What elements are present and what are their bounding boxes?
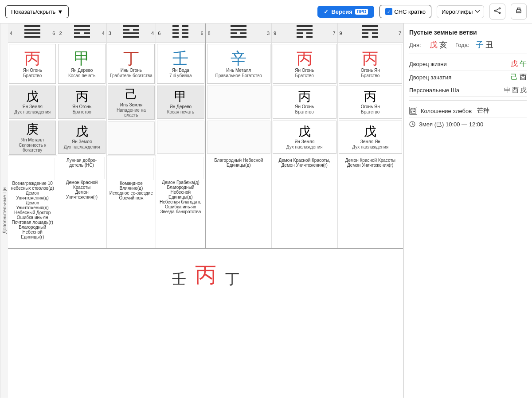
hex-header-6: 9 — [272, 23, 337, 43]
stem-char-5: 辛 — [231, 50, 246, 67]
stars-section-7: Демон Красной Красоты Демон Уничтожения(… — [338, 155, 403, 194]
stem-cell-2-add2[interactable]: 戊 Ян Земля Дух наслаждения — [58, 121, 105, 154]
stem-cell-5-add1-empty — [207, 86, 271, 119]
show-hide-label: Показать/скрыть — [11, 8, 55, 15]
star-col-7a: Демон Красной Красоты Демон Уничтожения(… — [340, 157, 402, 192]
stem-label-4-add1: Ян Дерево — [169, 104, 192, 109]
stem-cell-7-add1[interactable]: 丙 Огонь Ян Братство — [339, 86, 403, 119]
stem-cell-7-add2[interactable]: 戊 Земля Ян Дух наслаждения — [339, 121, 403, 154]
svg-rect-54 — [411, 112, 412, 113]
year-chars: 子 丑 — [476, 39, 493, 50]
svg-rect-18 — [123, 29, 129, 31]
palace-birth-char-1: 己 — [511, 73, 518, 82]
stem-cell-4-add1[interactable]: 甲 Ян Дерево Косая печать — [157, 86, 204, 119]
stars-section-6: Демон Красной Красоты, Демон Уничтожения… — [272, 155, 337, 194]
star-col-1b: Вознаграждение 10 небесных стволов(д)Дем… — [10, 180, 55, 246]
hex-symbol-5 — [230, 24, 247, 42]
sha-char-1: 申 — [504, 86, 511, 94]
palace-birth-char-2: 酉 — [520, 73, 527, 82]
version-button[interactable]: ✓ Версия ПРО — [317, 6, 374, 18]
hieroglyph-select[interactable]: Иероглифы Пиньинь Русский — [437, 5, 484, 18]
stem-cell-1-add1[interactable]: 戊 Ян Земля Дух наслаждения — [9, 86, 56, 119]
stem-char-2-add2: 戊 — [76, 125, 88, 139]
share-button[interactable] — [489, 4, 505, 20]
stem-char-3: 丁 — [123, 50, 139, 67]
side-label: Дополнительные Ци — [0, 23, 8, 398]
svg-point-7 — [520, 10, 521, 11]
stem-cell-7-main[interactable]: 丙 Огонь Ян Братство — [339, 44, 403, 84]
time-row: Змея (巳) 10:00 — 12:00 — [409, 118, 527, 131]
stem-cell-6-add1[interactable]: 丙 Ян Огонь Братство — [273, 86, 336, 119]
stem-role-5: Правильное Богатство — [215, 73, 263, 78]
hex-numbers-3b: 4 — [151, 31, 154, 36]
stem-label-2-add2: Ян Земля — [72, 139, 92, 144]
sha-name: Персональные Ша — [409, 87, 501, 94]
bottom-char-center: 丙 — [195, 261, 216, 289]
hex-header-4: 6 — [156, 23, 205, 43]
hex-numbers-5b: 3 — [267, 31, 270, 36]
stem-cell-6-add2[interactable]: 戊 Ян Земля Дух наслаждения — [273, 121, 336, 154]
stem-label-2: Ян Дерево — [71, 68, 93, 73]
stem-label-7-add1: Огонь Ян — [361, 104, 380, 109]
svg-rect-8 — [24, 25, 40, 27]
year-label: Года: — [455, 42, 473, 48]
stem-cell-2-add1[interactable]: 丙 Ян Огонь Братство — [58, 86, 105, 119]
stem-cell-1-add2[interactable]: 庚 Ян Металл Склонность к богатству — [9, 121, 56, 155]
svg-rect-22 — [172, 25, 179, 27]
sns-checkbox-label[interactable]: ✓ СНС кратко — [379, 5, 431, 18]
day-chars: 戊 亥 — [430, 39, 447, 50]
svg-line-57 — [412, 124, 414, 125]
svg-rect-19 — [133, 29, 139, 31]
stars-section-5: Благородный Небесной Единицы(д) — [206, 155, 272, 181]
stem-char-3-add1: 己 — [125, 88, 137, 102]
bottom-chart: 壬 丙 丁 — [8, 248, 403, 293]
svg-rect-6 — [517, 12, 520, 12]
year-char-1: 子 — [476, 39, 484, 50]
stem-role-4: 7-й убийца — [168, 73, 193, 78]
stem-label-6-add1: Ян Огонь — [295, 104, 314, 109]
svg-rect-27 — [182, 32, 188, 34]
svg-rect-46 — [372, 36, 378, 38]
right-columns: 8 3 — [206, 23, 403, 248]
star-col-4a — [158, 157, 203, 179]
stem-cell-1-main[interactable]: 丙 Ян Огонь Братство — [9, 44, 56, 84]
calendar-chars: 芒种 — [477, 107, 489, 115]
star-col-6a: Демон Красной Красоты, Демон Уничтожения… — [274, 157, 336, 192]
palace-birth-row: Дворец зачатия 己 酉 — [409, 71, 527, 84]
stem-char-2: 甲 — [74, 50, 90, 67]
sns-checkbox[interactable]: ✓ — [385, 8, 392, 15]
stem-label-4: Ян Вода — [172, 68, 189, 73]
stem-cell-3-main[interactable]: 丁 Инь Огонь Грабитель богатства — [108, 44, 155, 84]
stem-label-7: Огонь Ян — [361, 68, 380, 73]
svg-rect-34 — [231, 36, 246, 38]
hex-symbol-7 — [361, 24, 379, 42]
stem-cell-5-main[interactable]: 辛 Инь Металл Правильное Богатство — [207, 44, 271, 84]
palace-life-row: Дворец жизни 戊 午 — [409, 58, 527, 71]
stem-cell-3-add1[interactable]: 己 Инь Земля Нападение на власть — [108, 86, 155, 120]
stem-role-2: Косая печать — [67, 73, 96, 78]
column-3: 3 4 — [107, 23, 156, 248]
print-button[interactable] — [511, 4, 527, 20]
show-hide-button[interactable]: Показать/скрыть ▼ — [5, 5, 69, 18]
svg-rect-43 — [362, 32, 368, 34]
stem-cell-2-main[interactable]: 甲 Ян Дерево Косая печать — [58, 44, 105, 84]
svg-rect-37 — [297, 32, 303, 34]
stem-role-3-add1: Нападение на власть — [109, 108, 153, 117]
palace-life-char-1: 戊 — [511, 59, 518, 69]
stem-cell-4-main[interactable]: 壬 Ян Вода 7-й убийца — [157, 44, 204, 84]
hieroglyph-select-wrapper: Иероглифы Пиньинь Русский — [437, 5, 484, 18]
hex-numbers-3: 3 — [109, 31, 111, 36]
sha-row: Персональные Ша 申 酉 戌 — [409, 84, 527, 97]
stem-role-6-add2: Дух наслаждения — [286, 145, 324, 149]
stem-cell-6-main[interactable]: 丙 Ян Огонь Братство — [273, 44, 336, 84]
calendar-icon — [409, 107, 417, 115]
bottom-char-right: 丁 — [225, 270, 239, 289]
svg-point-1 — [499, 12, 501, 14]
stem-char-1: 丙 — [24, 50, 40, 67]
column-6: 9 — [272, 23, 338, 248]
day-char-1: 戊 — [430, 39, 438, 50]
stem-cell-4-add2-empty — [157, 121, 204, 154]
svg-rect-24 — [172, 29, 179, 31]
stem-label-3-add1: Инь Земля — [120, 102, 142, 107]
stem-role-2-add1: Братство — [71, 110, 92, 114]
